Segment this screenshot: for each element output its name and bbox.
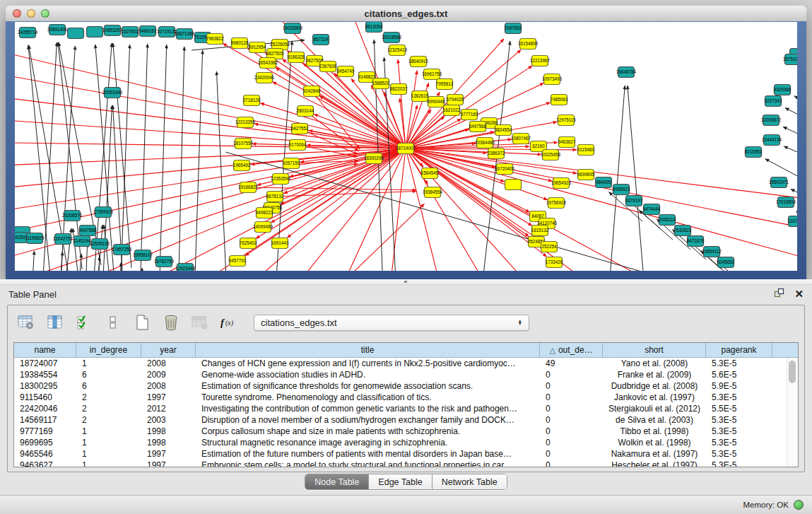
graph-node[interactable]: 10025458 [541, 150, 561, 160]
graph-node[interactable]: 2386372 [488, 148, 505, 159]
column-header-pagerank[interactable]: pagerank [706, 343, 772, 357]
table-cell[interactable]: 2008 [141, 381, 196, 391]
table-cell[interactable]: 18300295 [14, 381, 76, 391]
tab-network-table[interactable]: Network Table [433, 474, 507, 489]
table-cell[interactable]: Dudbridge et al. (2008) [603, 381, 706, 391]
table-cell[interactable]: 2 [76, 415, 141, 425]
graph-node[interactable]: 16648784 [616, 67, 637, 78]
table-cell[interactable]: 5.3E-5 [706, 358, 772, 368]
graph-node[interactable]: 18300295 [364, 153, 384, 164]
graph-node[interactable]: 1145194 [73, 236, 91, 247]
graph-node[interactable]: 12325419 [387, 45, 408, 56]
graph-node[interactable]: 15592971 [769, 177, 789, 188]
table-cell[interactable]: 2 [76, 404, 141, 414]
table-cell[interactable]: 0 [540, 370, 603, 380]
window-titlebar[interactable]: citations_edges.txt [6, 6, 806, 22]
graph-node[interactable]: 10653257 [102, 25, 123, 36]
graph-node[interactable]: 11156829 [25, 233, 45, 244]
graph-node[interactable]: 1167533 [788, 216, 797, 227]
graph-node[interactable]: 2803144 [297, 106, 314, 117]
table-cell[interactable]: Investigating the contribution of common… [196, 404, 540, 414]
graph-node[interactable]: 6497568 [469, 122, 487, 132]
table-cell[interactable]: 5.3E-5 [706, 426, 772, 436]
table-cell[interactable]: Stergiakouli et al. (2012) [603, 404, 706, 414]
graph-node[interactable]: 3824554 [495, 125, 512, 136]
graph-node[interactable]: 1584545 [421, 168, 439, 179]
column-header-name[interactable]: name [14, 343, 76, 357]
graph-node[interactable]: 8427552 [291, 124, 309, 134]
table-cell[interactable]: 1 [76, 460, 141, 467]
graph-node[interactable]: 16961758 [422, 69, 442, 80]
graph-node[interactable]: 984095 [596, 177, 612, 188]
table-cell[interactable]: 1998 [141, 426, 196, 436]
table-cell[interactable]: 0 [540, 426, 603, 436]
table-cell[interactable]: 2 [76, 392, 141, 402]
column-visibility-button[interactable] [45, 313, 65, 332]
graph-node[interactable]: 2367608 [319, 62, 337, 72]
table-cell[interactable]: 2008 [141, 358, 196, 368]
table-cell[interactable]: 1 [76, 426, 141, 436]
graph-node[interactable]: 9474444 [643, 204, 661, 215]
table-cell[interactable]: 9115460 [14, 392, 76, 402]
graph-node[interactable]: 7485063 [551, 95, 568, 105]
table-scrollbar-thumb[interactable] [789, 361, 796, 383]
graph-node[interactable]: 20364486 [475, 138, 495, 148]
graph-node[interactable]: 857224 [313, 35, 329, 45]
graph-node[interactable]: 9245652 [717, 257, 735, 268]
graph-node[interactable]: 8990448 [428, 97, 445, 107]
graph-node[interactable]: 17359928 [93, 207, 114, 218]
table-cell[interactable]: 5.3E-5 [706, 415, 772, 425]
table-cell[interactable]: Estimation of the future numbers of pati… [196, 449, 540, 459]
graph-node[interactable]: 17957258 [112, 245, 132, 255]
graph-node[interactable]: 16671388 [175, 29, 195, 40]
graph-node[interactable]: 20691406 [47, 25, 68, 35]
zoom-window-button[interactable] [41, 9, 49, 18]
memory-status-indicator[interactable] [794, 500, 804, 510]
table-cell[interactable]: 9463627 [14, 460, 76, 467]
table-cell[interactable]: Tourette syndrome. Phenomenology and cla… [196, 392, 540, 402]
graph-node[interactable]: 10973493 [542, 74, 563, 85]
tab-edge-table[interactable]: Edge Table [369, 474, 432, 489]
graph-node[interactable]: 16033809 [283, 23, 303, 34]
graph-node[interactable]: 1615132 [531, 226, 549, 236]
table-cell[interactable]: 0 [540, 438, 603, 448]
table-row[interactable]: 1872400712008Changes of HCN gene express… [14, 358, 798, 369]
table-cell[interactable]: Yano et al. (2008) [603, 358, 706, 368]
graph-node[interactable]: 8471676 [687, 236, 705, 247]
minimize-window-button[interactable] [27, 9, 35, 18]
graph-node[interactable]: 8960128 [231, 38, 249, 49]
table-settings-button[interactable] [16, 313, 36, 332]
graph-node[interactable]: 12353594 [271, 174, 291, 185]
table-cell[interactable]: 18724007 [14, 358, 76, 368]
graph-node[interactable]: 9227343 [765, 96, 782, 107]
graph-node[interactable]: 8912954 [249, 42, 266, 53]
graph-node[interactable]: 19218586 [382, 33, 402, 43]
graph-node[interactable]: 20206576 [62, 211, 83, 221]
table-cell[interactable]: 14569117 [14, 415, 76, 425]
table-cell[interactable]: 1 [76, 438, 141, 448]
table-cell[interactable]: 9777169 [14, 426, 76, 436]
graph-node[interactable]: 252254 [541, 242, 558, 252]
graph-node[interactable]: 9115460 [577, 145, 595, 156]
select-checks-button[interactable] [74, 313, 94, 332]
graph-node[interactable]: 12042757 [53, 234, 73, 245]
table-cell[interactable]: 2003 [141, 415, 196, 425]
graph-node[interactable] [505, 180, 522, 190]
graph-node[interactable]: 9699695 [577, 170, 595, 180]
table-row[interactable]: 911546021997Tourette syndrome. Phenomeno… [14, 392, 798, 403]
graph-node[interactable]: 9242848 [303, 86, 321, 97]
new-table-button[interactable] [132, 313, 152, 332]
table-cell[interactable]: Jankovic et al. (1997) [603, 392, 706, 402]
table-cell[interactable]: 5.3E-5 [706, 392, 772, 402]
table-row[interactable]: 977716911998Corpus callosum shape and si… [14, 426, 798, 437]
graph-node[interactable]: 7955812 [436, 79, 454, 90]
table-cell[interactable]: 1997 [141, 460, 196, 467]
graph-node[interactable]: 6379197 [625, 196, 643, 206]
graph-node[interactable]: 16782759 [154, 257, 175, 267]
close-window-button[interactable] [13, 9, 21, 18]
table-cell[interactable]: 1997 [141, 392, 196, 402]
table-cell[interactable]: 19384554 [14, 370, 76, 380]
table-cell[interactable]: 9699695 [14, 438, 76, 448]
table-cell[interactable]: Changes of HCN gene expression and I(f) … [196, 358, 540, 368]
table-cell[interactable]: 5.9E-5 [706, 381, 772, 391]
